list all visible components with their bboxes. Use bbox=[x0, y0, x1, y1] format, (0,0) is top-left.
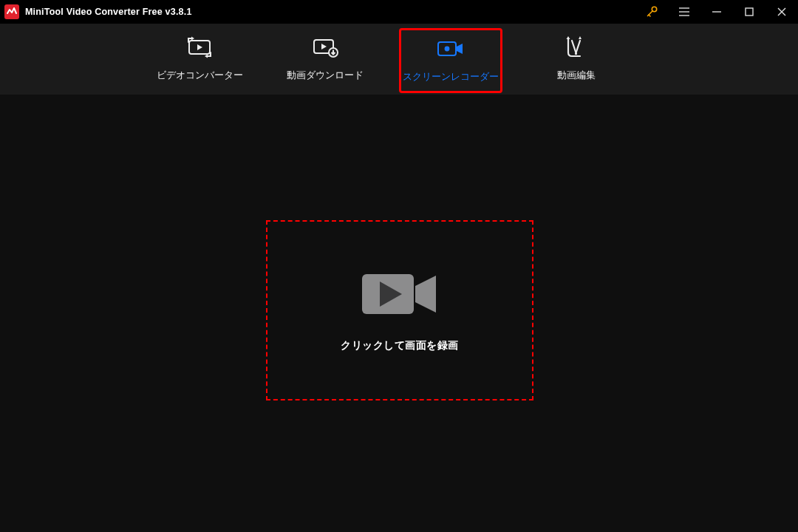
app-title: MiniTool Video Converter Free v3.8.1 bbox=[25, 7, 192, 17]
edit-icon bbox=[564, 36, 589, 58]
camera-play-icon bbox=[359, 268, 440, 323]
record-area-label: クリックして画面を録画 bbox=[341, 339, 459, 352]
tab-label: 動画ダウンロード bbox=[287, 69, 364, 82]
svg-point-19 bbox=[445, 47, 450, 52]
record-icon bbox=[436, 38, 466, 60]
svg-marker-20 bbox=[567, 36, 570, 39]
svg-marker-21 bbox=[579, 36, 582, 39]
svg-rect-7 bbox=[746, 8, 753, 16]
record-area-button[interactable]: クリックして画面を録画 bbox=[266, 220, 533, 400]
tab-label: スクリーンレコーダー bbox=[403, 70, 499, 83]
tab-video-downloader[interactable]: 動画ダウンロード bbox=[273, 24, 377, 95]
maximize-button[interactable] bbox=[733, 0, 765, 24]
tabstrip: ビデオコンバーター 動画ダウンロード スクリーンレコーダー bbox=[0, 24, 798, 95]
app-logo bbox=[4, 4, 19, 19]
titlebar: MiniTool Video Converter Free v3.8.1 bbox=[0, 0, 798, 24]
tab-video-editor[interactable]: 動画編集 bbox=[525, 24, 628, 95]
close-button[interactable] bbox=[765, 0, 798, 24]
download-icon bbox=[311, 36, 339, 58]
license-key-button[interactable] bbox=[635, 0, 668, 24]
convert-icon bbox=[185, 36, 214, 58]
svg-marker-11 bbox=[197, 44, 202, 50]
minimize-button[interactable] bbox=[700, 0, 733, 24]
tab-label: 動画編集 bbox=[557, 69, 596, 82]
svg-marker-15 bbox=[321, 44, 327, 50]
tab-video-converter[interactable]: ビデオコンバーター bbox=[148, 24, 251, 95]
tab-label: ビデオコンバーター bbox=[157, 69, 243, 82]
svg-marker-12 bbox=[191, 37, 194, 41]
svg-line-2 bbox=[649, 15, 650, 16]
tab-screen-recorder[interactable]: スクリーンレコーダー bbox=[399, 28, 502, 93]
menu-button[interactable] bbox=[668, 0, 700, 24]
main-area: クリックして画面を録画 bbox=[0, 95, 798, 532]
svg-marker-13 bbox=[205, 55, 208, 58]
